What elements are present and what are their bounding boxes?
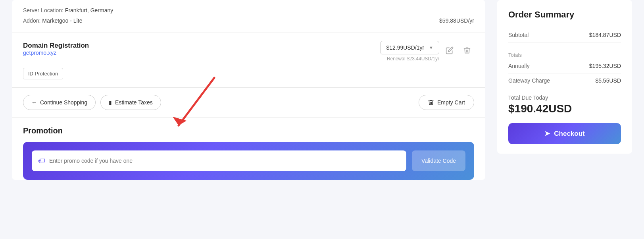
empty-cart-label: Empty Cart: [437, 99, 465, 106]
domain-right-controls: $12.99USD/1yr ▼ Renewal $23.44USD/1yr: [380, 41, 474, 62]
main-content: Server Location: Frankfurt, Germany – Ad…: [12, 0, 485, 180]
id-protection-label: ID Protection: [23, 68, 63, 79]
tax-icon: ▮: [109, 99, 112, 106]
annually-value: $195.32USD: [589, 63, 621, 69]
checkout-button[interactable]: ➤ Checkout: [508, 123, 621, 144]
gateway-charge-value: $5.55USD: [595, 77, 621, 84]
order-summary-sidebar: Order Summary Subtotal $184.87USD Totals…: [497, 0, 632, 154]
checkout-arrow-icon: ➤: [544, 129, 550, 138]
server-location-value: Frankfurt, Germany: [65, 7, 113, 13]
domain-price-value: $12.99USD/1yr: [386, 44, 424, 51]
annually-row: Annually $195.32USD: [508, 59, 621, 73]
renewal-text: Renewal $23.44USD/1yr: [387, 56, 439, 62]
addon-value: Marketgoo - Lite: [42, 17, 82, 24]
server-location-price: –: [471, 7, 474, 13]
trash-button[interactable]: [460, 45, 474, 58]
left-buttons: ← Continue Shopping ▮ Estimate Taxes: [23, 95, 161, 110]
gateway-charge-row: Gateway Charge $5.55USD: [508, 73, 621, 88]
trash-cart-icon: [428, 99, 434, 106]
promotion-title: Promotion: [23, 126, 474, 135]
validate-code-label: Validate Code: [421, 158, 456, 164]
estimate-taxes-button[interactable]: ▮ Estimate Taxes: [100, 95, 161, 110]
subtotal-value: $184.87USD: [589, 32, 621, 38]
empty-cart-button[interactable]: Empty Cart: [419, 95, 474, 110]
estimate-taxes-label: Estimate Taxes: [115, 99, 153, 106]
trash-icon: [463, 46, 471, 54]
server-location-label: Server Location: Frankfurt, Germany: [23, 7, 113, 13]
addon-label: Addon: Marketgoo - Lite: [23, 17, 82, 24]
edit-button[interactable]: [442, 45, 457, 58]
promo-gradient-box: 🏷 Validate Code: [23, 142, 474, 180]
addon-price: $59.88USD/yr: [439, 17, 474, 24]
tag-icon: 🏷: [38, 157, 45, 165]
total-due-amount: $190.42USD: [508, 102, 621, 115]
totals-section: Totals Annually $195.32USD: [508, 42, 621, 73]
subtotal-label: Subtotal: [508, 32, 529, 38]
domain-price-col: $12.99USD/1yr ▼ Renewal $23.44USD/1yr: [380, 41, 439, 62]
continue-shopping-button[interactable]: ← Continue Shopping: [23, 95, 96, 110]
back-arrow-icon: ←: [31, 99, 37, 106]
totals-section-label: Totals: [508, 46, 621, 59]
server-location-row: Server Location: Frankfurt, Germany – Ad…: [12, 0, 485, 33]
annually-label: Annually: [508, 63, 530, 69]
domain-link[interactable]: getpromo.xyz: [23, 50, 89, 56]
validate-code-button[interactable]: Validate Code: [412, 150, 465, 171]
cart-items: Server Location: Frankfurt, Germany – Ad…: [12, 0, 485, 88]
domain-registration-title: Domain Registration: [23, 42, 89, 50]
buttons-row: ← Continue Shopping ▮ Estimate Taxes Emp…: [12, 88, 485, 118]
domain-price-dropdown[interactable]: $12.99USD/1yr ▼: [380, 41, 439, 54]
total-due-section: Total Due Today $190.42USD: [508, 94, 621, 115]
promotion-section: Promotion 🏷 Validate Code: [12, 118, 485, 180]
domain-registration-section: Domain Registration getpromo.xyz $12.99U…: [12, 33, 485, 88]
dropdown-arrow-icon: ▼: [429, 45, 433, 50]
promo-code-input[interactable]: [49, 158, 400, 164]
order-summary-title: Order Summary: [508, 10, 621, 20]
checkout-label: Checkout: [554, 130, 584, 138]
total-due-label: Total Due Today: [508, 94, 621, 101]
edit-icon: [446, 46, 454, 54]
subtotal-row: Subtotal $184.87USD: [508, 28, 621, 42]
continue-shopping-label: Continue Shopping: [40, 99, 87, 106]
gateway-charge-label: Gateway Charge: [508, 77, 550, 84]
promo-input-wrapper: 🏷: [32, 150, 406, 171]
